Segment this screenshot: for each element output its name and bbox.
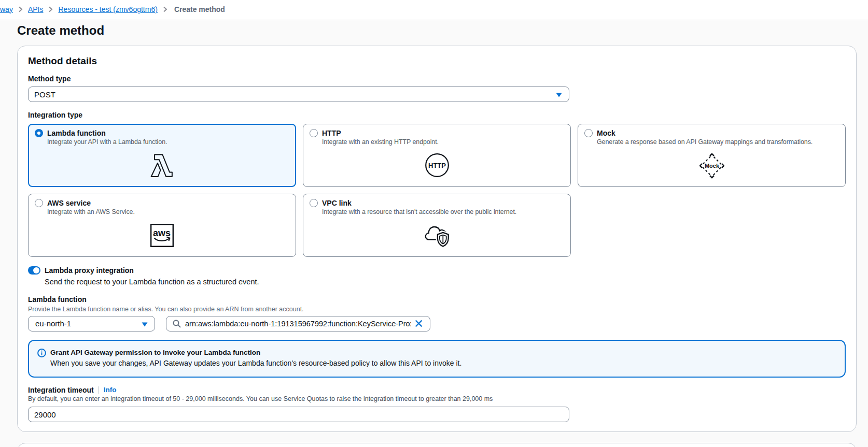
svg-text:aws: aws [153, 228, 171, 238]
svg-text:Mock: Mock [704, 163, 719, 169]
svg-text:HTTP: HTTP [428, 162, 446, 169]
